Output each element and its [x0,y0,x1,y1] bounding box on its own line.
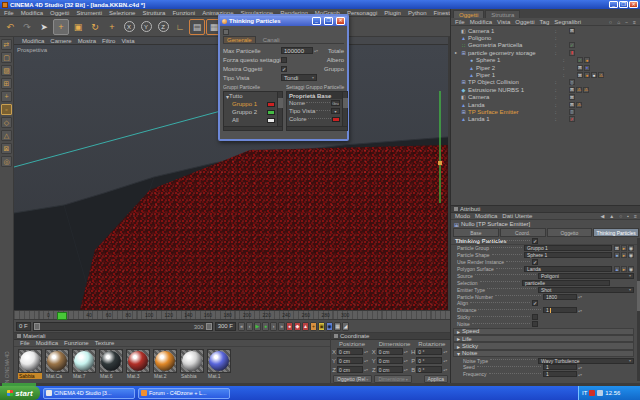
menu-selezione[interactable]: Selezione [109,10,135,16]
layer-toggle-dots[interactable]: ∶ [555,50,569,56]
menu-file[interactable]: File [4,10,14,16]
goto-end-button[interactable]: » [278,322,285,331]
tree-hscrollbar[interactable] [224,126,282,130]
previous-frame-button[interactable]: ‹ [246,322,253,331]
dropdown-emitter-type[interactable]: Shot▾ [538,287,634,293]
make-editable-icon[interactable]: ⇄ [1,39,12,50]
forward-icon[interactable]: ▲ [609,213,614,219]
om-menu-file[interactable]: File [455,19,465,25]
object-row[interactable]: ◆Estrusione NURBS 1∶⊠⚠⚠ [451,86,640,93]
object-name[interactable]: particle geometry storage [467,50,555,56]
settings-vscrollbar[interactable] [342,92,347,126]
back-icon[interactable]: ◀ [600,213,604,219]
axis-x-icon[interactable]: X [121,19,137,35]
material-menu-texture[interactable]: Texture [95,340,115,346]
tp-tree-item-tutto[interactable]: ▾ Tutto [224,92,277,100]
object-axis-mode-icon[interactable]: + [1,91,12,102]
om-menu-segnalibri[interactable]: Segnalibri [554,19,581,25]
viewport-menu-camere[interactable]: Camere [50,38,71,44]
tp-close-button[interactable]: ✕ [336,17,345,25]
stepper-icon[interactable]: ▴▾ [578,308,582,313]
object-row[interactable]: ⊞TP Object Collision∶▯ [451,79,640,86]
material-thumbnail[interactable]: Mat.7 [72,349,96,379]
lock-icon[interactable]: ▪ [627,213,629,219]
object-name[interactable]: Poligono [467,35,555,41]
frame-range-slider[interactable]: 300 [33,322,213,331]
layer-toggle-dots[interactable]: ∶ [563,72,577,78]
search-icon[interactable]: ○ [619,213,622,219]
coordinate-value-field[interactable]: 0 cm [337,366,363,373]
key-position-button[interactable]: + [310,322,317,331]
menu-modifica[interactable]: Modifica [21,10,43,16]
panel-menu-icon[interactable]: ≡ [634,213,637,219]
axis-y-icon[interactable]: Y [138,19,154,35]
taskbar-task-2[interactable]: Forum - C4Dzone + L... [138,388,230,399]
tp-minimize-button[interactable]: _ [312,17,321,25]
tp-restore-button[interactable]: ❐ [324,17,333,25]
layer-toggle-dots[interactable]: ∶ [555,35,569,41]
play-button[interactable]: ● [262,322,269,331]
snap-icon[interactable]: ◎ [1,156,12,167]
link-field-particle-group[interactable]: Gruppo 1 [524,245,612,251]
material-menu-funzione[interactable]: Funzione [64,340,89,346]
layer-toggle-dots[interactable]: ∶ [563,57,577,63]
stepper-icon[interactable]: ▴▾ [364,367,368,372]
object-tag-icon[interactable]: ⊠ [569,28,575,34]
color-swatch[interactable] [267,118,275,123]
attr-tab-base[interactable]: Base [453,228,499,237]
layer-toggle-dots[interactable]: ∶ [555,28,569,34]
object-row[interactable]: ⊞TP Surface Emitter∶▯ [451,108,640,115]
tp-viewtype-dropdown[interactable]: Tondi▾ [281,74,317,81]
viewport-menu-mostra[interactable]: Mostra [78,38,96,44]
menu-strumenti[interactable]: Strumenti [76,10,102,16]
object-row[interactable]: ▲Piper 2∶⊠● [451,64,640,71]
record-rotation-button[interactable]: ▲ [302,322,309,331]
object-row[interactable]: ◧Camera∶⊠ [451,94,640,101]
stepper-icon[interactable]: ▴▾ [364,349,368,354]
object-row[interactable]: ▲Piper 1∶⊠●●⚠ [451,71,640,78]
object-name[interactable]: Piper 2 [475,65,563,71]
object-row[interactable]: ▲Landa 1∶✗ [451,116,640,123]
tp-tool-icon[interactable] [223,29,229,35]
play-backward-button[interactable]: ▶ [254,322,261,331]
size-mode-dropdown[interactable]: Dimensione▾ [374,375,411,383]
texture-mode-icon[interactable]: ▨ [1,65,12,76]
minimize-button[interactable]: _ [609,1,618,8]
section-sticky[interactable]: ▸Sticky [453,342,634,349]
attr-tab-oggetto[interactable]: Oggetto [547,228,593,237]
minimize-panel-icon[interactable]: − [625,19,628,25]
material-thumbnail[interactable]: Sabbia [18,349,42,379]
object-tag-icon[interactable]: ✗ [569,116,575,122]
object-name[interactable]: Piper 1 [475,72,563,78]
model-mode-icon[interactable]: ▢ [1,52,12,63]
stepper-icon[interactable]: ▴▾ [314,48,318,53]
checkbox-noise[interactable] [532,321,538,327]
viewport-label[interactable]: Prospettiva [17,47,47,53]
tree-vscrollbar[interactable] [277,92,282,126]
clear-icon[interactable]: ◉ [628,245,634,251]
number-field-distance[interactable]: 1 [543,307,577,313]
section-noise[interactable]: ▾Noise [453,350,634,357]
goto-start-button[interactable]: « [238,322,245,331]
object-name[interactable]: Geometria Particella [467,42,555,48]
key-pla-button[interactable]: ◢ [342,322,349,331]
om-menu-vista[interactable]: Vista [497,19,510,25]
object-tag-icon[interactable]: ▮ [569,50,575,56]
stepper-icon[interactable]: ▴▾ [443,367,447,372]
layer-toggle-dots[interactable]: ∶ [555,109,569,115]
coordinate-value-field[interactable]: 0 ° [416,357,442,364]
stepper-icon[interactable]: ▴▾ [404,358,408,363]
object-tag-icon[interactable]: ⊠ [577,72,583,78]
workplane-mode-icon[interactable]: ⊞ [1,78,12,89]
undo-icon[interactable]: ↶ [2,19,18,35]
object-tag-icon[interactable]: ▯ [569,79,575,85]
layer-toggle-dots[interactable]: ∶ [555,94,569,100]
move-icon[interactable]: + [53,19,69,35]
next-frame-button[interactable]: › [270,322,277,331]
layer-toggle-dots[interactable]: ∶ [555,79,569,85]
record-scale-button[interactable]: ◆ [294,322,301,331]
attr-menu-modo[interactable]: Modo [455,213,470,219]
object-tag-icon[interactable]: ✓ [577,57,583,63]
key-parameter-button[interactable]: ▦ [334,322,341,331]
panel-menu-icon[interactable]: ≡ [633,19,636,25]
